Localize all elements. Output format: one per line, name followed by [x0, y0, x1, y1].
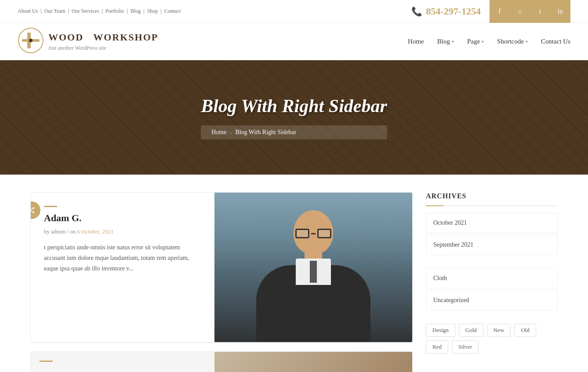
linkedin-icon[interactable]: in	[550, 0, 570, 23]
archives-heading-accent	[426, 205, 443, 206]
post-card-1: Adam G. by admin / on 6 October, 2021 t …	[30, 192, 413, 343]
posts-area: Adam G. by admin / on 6 October, 2021 t …	[30, 192, 413, 372]
nav-home-label: Home	[408, 38, 424, 45]
post-meta: by admin / on 6 October, 2021	[44, 228, 201, 235]
post-card-2-img	[214, 352, 412, 372]
nav-shortcode-label: Shortcode	[497, 38, 524, 45]
nav-blog-arrow: ▾	[452, 39, 454, 44]
archives-heading: ARCHIVES	[426, 192, 558, 206]
tag-new[interactable]: New	[487, 324, 511, 337]
hero-section: Blog With Right Sidebar Home › Blog With…	[0, 60, 588, 175]
archive-september[interactable]: September 2021	[426, 235, 558, 255]
svg-point-3	[29, 39, 33, 42]
top-nav-blog[interactable]: Blog	[131, 8, 141, 14]
hero-title: Blog With Right Sidebar	[201, 95, 387, 117]
post-meta-date: 6 October, 2021	[77, 228, 114, 235]
post-card-2-image	[214, 352, 412, 372]
breadcrumb: Home › Blog With Right Sidebar	[201, 125, 387, 139]
logo-svg	[18, 27, 44, 54]
post-card-2-left	[31, 352, 214, 372]
breadcrumb-separator: ›	[230, 129, 232, 136]
nav-shortcode[interactable]: Shortcode ▾	[497, 38, 528, 45]
nav-contact-label: Contact Us	[541, 38, 570, 45]
svg-point-6	[33, 212, 34, 213]
tag-design[interactable]: Design	[426, 324, 455, 337]
nav-page[interactable]: Page ▾	[467, 38, 484, 45]
top-nav-links: About Us | Our Team | Our Services | Por…	[18, 8, 181, 15]
nav-blog-label: Blog	[437, 38, 450, 45]
hero-content: Blog With Right Sidebar Home › Blog With…	[201, 95, 387, 139]
post-left: Adam G. by admin / on 6 October, 2021 t …	[31, 193, 214, 342]
top-nav-services[interactable]: Our Services	[72, 8, 99, 14]
site-header: WOOD WORKSHOP Just another WordPress sit…	[0, 23, 588, 60]
svg-point-4	[33, 207, 34, 209]
tag-old[interactable]: Old	[514, 324, 536, 337]
category-uncategorized[interactable]: Uncategorized	[426, 290, 558, 310]
logo-image	[18, 27, 44, 55]
tags-area: Design Gold New Old Red Silver	[426, 324, 558, 354]
nav-page-arrow: ▾	[482, 39, 484, 44]
twitter-icon[interactable]: t	[530, 0, 550, 23]
post-image-bg	[214, 193, 412, 342]
breadcrumb-home[interactable]: Home	[211, 129, 226, 136]
facebook-icon[interactable]: f	[490, 0, 510, 23]
post-accent-line	[44, 206, 57, 207]
logo-area: WOOD WORKSHOP Just another WordPress sit…	[18, 27, 158, 55]
social-bar: f ○ t in	[490, 0, 570, 23]
instagram-icon[interactable]: ○	[510, 0, 530, 23]
sidebar-archives: ARCHIVES October 2021 September 2021	[426, 192, 558, 255]
post-image	[214, 193, 412, 342]
logo-subtitle-text: WORKSHOP	[93, 32, 158, 43]
sidebar-categories: Cloth Uncategorized	[426, 268, 558, 310]
top-nav-about[interactable]: About Us	[18, 8, 38, 14]
nav-contact[interactable]: Contact Us	[541, 38, 570, 45]
nav-page-label: Page	[467, 38, 480, 45]
top-nav-bar: About Us | Our Team | Our Services | Por…	[0, 0, 588, 23]
svg-line-7	[31, 211, 33, 212]
top-nav-contact[interactable]: Contact	[164, 8, 181, 14]
phone-area: 📞 854-297-1254	[403, 2, 490, 21]
share-icon	[30, 207, 35, 214]
top-nav-portfolio[interactable]: Portfolio	[105, 8, 124, 14]
post-title[interactable]: Adam G.	[44, 212, 201, 224]
post-card-2	[30, 351, 413, 372]
post-2-accent	[40, 361, 53, 362]
post-meta-by: by	[44, 228, 50, 235]
sidebar: ARCHIVES October 2021 September 2021 Clo…	[426, 192, 558, 372]
logo-title-text: WOOD	[48, 32, 83, 43]
nav-shortcode-arrow: ▾	[526, 39, 528, 44]
tag-silver[interactable]: Silver	[452, 340, 479, 354]
phone-number: 854-297-1254	[426, 6, 481, 17]
post-meta-on: / on	[67, 228, 76, 235]
sidebar-tags: Design Gold New Old Red Silver	[426, 324, 558, 354]
nav-blog[interactable]: Blog ▾	[437, 38, 454, 45]
breadcrumb-current: Blog With Right Sidebar	[235, 129, 296, 136]
logo-title: WOOD WORKSHOP	[48, 32, 158, 43]
main-content: Adam G. by admin / on 6 October, 2021 t …	[13, 192, 575, 372]
portrait-tie	[310, 261, 317, 283]
tag-gold[interactable]: Gold	[459, 324, 483, 337]
nav-home[interactable]: Home	[408, 38, 424, 45]
svg-line-8	[31, 208, 33, 210]
archive-october[interactable]: October 2021	[426, 213, 558, 233]
main-nav: Home Blog ▾ Page ▾ Shortcode ▾ Contact U…	[408, 38, 570, 45]
site-tagline: Just another WordPress site	[48, 45, 158, 51]
phone-icon: 📞	[411, 6, 422, 17]
category-cloth[interactable]: Cloth	[426, 268, 558, 288]
top-bar-right: 📞 854-297-1254 f ○ t in	[403, 0, 570, 23]
post-excerpt: t perspiciatis unde omnis iste natus err…	[44, 242, 201, 274]
post-meta-author[interactable]: admin	[51, 228, 65, 235]
share-button[interactable]	[30, 201, 40, 219]
tag-red[interactable]: Red	[426, 340, 448, 354]
top-nav-shop[interactable]: Shop	[147, 8, 158, 14]
portrait-glasses	[295, 229, 331, 238]
logo-text: WOOD WORKSHOP Just another WordPress sit…	[48, 32, 158, 51]
top-nav-team[interactable]: Our Team	[44, 8, 65, 14]
